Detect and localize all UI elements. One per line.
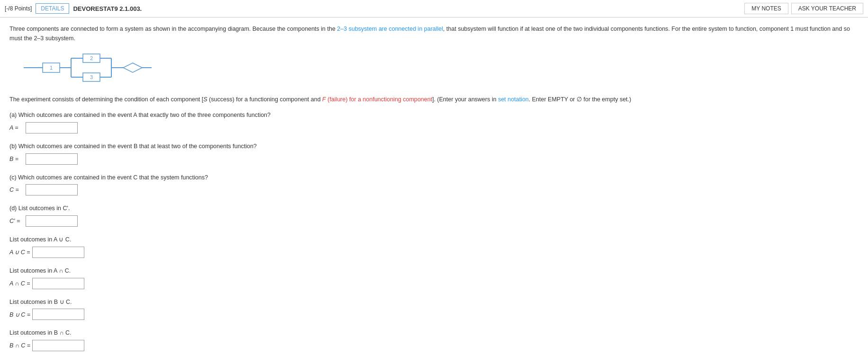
experiment-description: The experiment consists of determining t… [9,95,859,104]
top-bar: [-/8 Points] DETAILS DEVORESTAT9 2.1.003… [0,0,868,18]
eq-label-buc: B ∪ C = [9,311,30,318]
eq-label-a: A = [9,124,24,131]
answer-row-b: B = [9,153,859,165]
ask-teacher-button[interactable]: ASK YOUR TEACHER [791,3,863,14]
question-label-bnc: List outcomes in B ∩ C. [9,328,859,337]
question-label-a: (a) Which outcomes are contained in the … [9,111,859,120]
answer-row-auc: A ∪ C = [9,247,859,258]
answer-row-a: A = [9,122,859,133]
input-buc[interactable] [32,309,84,320]
question-block-d: (d) List outcomes in C'.C' = [9,204,859,227]
question-block-b: (b) Which outcomes are contained in the … [9,142,859,165]
answer-row-bnc: B ∩ C = [9,340,859,351]
question-block-c: (c) Which outcomes are contained in the … [9,173,859,196]
eq-label-c: C = [9,186,24,193]
svg-text:2: 2 [90,55,93,61]
answer-row-c: C = [9,184,859,195]
question-label-b: (b) Which outcomes are contained in the … [9,142,859,151]
answer-row-buc: B ∪ C = [9,309,859,320]
input-c-prime[interactable] [26,215,78,227]
question-label-c: (c) Which outcomes are contained in the … [9,173,859,182]
content: Three components are connected to form a… [0,18,868,355]
input-auc[interactable] [32,247,84,258]
input-bnc[interactable] [32,340,84,351]
input-a[interactable] [26,122,78,133]
problem-id: DEVORESTAT9 2.1.003. [73,5,744,12]
eq-label-anc: A ∩ C = [9,280,30,287]
svg-text:1: 1 [50,65,53,71]
input-c[interactable] [26,184,78,195]
input-anc[interactable] [32,278,84,289]
question-block-a: (a) Which outcomes are contained in the … [9,111,859,133]
eq-label-d: C' = [9,218,24,224]
problem-description: Three components are connected to form a… [9,24,859,43]
s-label: S [203,96,207,103]
details-button[interactable]: DETAILS [36,3,69,14]
eq-label-bnc: B ∩ C = [9,342,30,349]
answer-row-anc: A ∩ C = [9,278,859,289]
subsystem-highlight: 2–3 subsystem are connected in parallel [337,26,443,32]
svg-marker-17 [123,63,142,72]
points-label: [-/8 Points] [5,5,32,12]
question-block-anc: List outcomes in A ∩ C.A ∩ C = [9,266,859,289]
diagram: 1 2 3 [19,49,859,88]
top-right-buttons: MY NOTES ASK YOUR TEACHER [744,3,863,14]
input-b[interactable] [26,153,78,165]
question-block-bnc: List outcomes in B ∩ C.B ∩ C = [9,328,859,351]
svg-text:3: 3 [90,74,93,80]
my-notes-button[interactable]: MY NOTES [744,3,788,14]
question-block-buc: List outcomes in B ∪ C.B ∪ C = [9,298,859,320]
question-label-buc: List outcomes in B ∪ C. [9,298,859,307]
f-label: F [322,96,326,103]
question-block-auc: List outcomes in A ∪ C.A ∪ C = [9,235,859,258]
question-label-anc: List outcomes in A ∩ C. [9,266,859,275]
question-label-d: (d) List outcomes in C'. [9,204,859,213]
circuit-diagram: 1 2 3 [19,49,152,87]
eq-label-b: B = [9,156,24,162]
answer-row-d: C' = [9,215,859,227]
eq-label-auc: A ∪ C = [9,248,30,256]
questions-container: (a) Which outcomes are contained in the … [9,111,859,351]
question-label-auc: List outcomes in A ∪ C. [9,235,859,244]
